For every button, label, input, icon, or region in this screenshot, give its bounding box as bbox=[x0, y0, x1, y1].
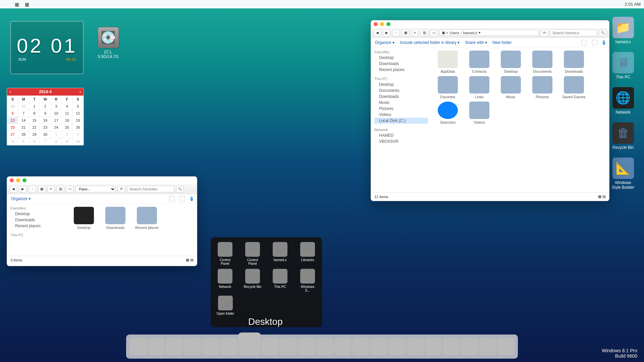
back-button[interactable]: ◀ bbox=[374, 29, 381, 36]
cal-day[interactable]: 9 bbox=[40, 110, 51, 117]
sidebar-item[interactable]: Recent places bbox=[374, 67, 428, 73]
share-menu[interactable]: Share with ▾ bbox=[465, 40, 487, 45]
favorites-window[interactable]: ◀ ▶ ↑ ▦ ≡ ▥ ▭ Favo... ⟳ 🔍 Organize ▾ ? F… bbox=[7, 176, 197, 266]
dock-item[interactable] bbox=[202, 338, 219, 355]
cal-day[interactable]: 20 bbox=[7, 124, 18, 131]
cal-day[interactable]: 3 bbox=[72, 131, 83, 138]
sidebar-group[interactable]: Favorites bbox=[374, 50, 428, 54]
cal-next[interactable]: › bbox=[79, 89, 81, 94]
search-input[interactable] bbox=[550, 29, 597, 36]
cal-day[interactable]: 6 bbox=[7, 110, 18, 117]
dock-item[interactable] bbox=[220, 338, 237, 355]
file-item[interactable]: Saved Games bbox=[561, 76, 587, 99]
path-select[interactable]: Favo... bbox=[75, 186, 116, 192]
dock-item[interactable] bbox=[425, 338, 442, 355]
cal-day[interactable]: 29 bbox=[29, 131, 40, 138]
file-item[interactable]: Links bbox=[466, 76, 492, 99]
cal-day[interactable]: 17 bbox=[51, 117, 61, 124]
cal-day[interactable]: 10 bbox=[72, 138, 83, 145]
desktop-hameds[interactable]: 📁hamed.s bbox=[609, 17, 637, 44]
dock-item[interactable] bbox=[262, 338, 279, 355]
sidebar[interactable]: FavoritesDesktopDownloadsRecent placesTh… bbox=[371, 47, 431, 192]
desktop-drive-c[interactable]: 💽(C:). 5.5G/14.7G bbox=[94, 27, 122, 59]
dock-item[interactable] bbox=[238, 333, 261, 355]
file-item[interactable]: Music bbox=[498, 76, 524, 99]
cal-day[interactable]: 21 bbox=[18, 124, 29, 131]
file-item[interactable]: Downloads bbox=[561, 51, 587, 73]
cal-day[interactable]: 12 bbox=[72, 110, 83, 117]
file-item[interactable]: Favorites bbox=[435, 76, 461, 99]
sidebar-item[interactable]: HAMED bbox=[374, 132, 428, 138]
view-icons[interactable]: ▦ bbox=[38, 186, 45, 192]
dock-item[interactable] bbox=[407, 338, 424, 355]
cal-day[interactable]: 5 bbox=[18, 138, 29, 145]
cal-day[interactable]: 30 bbox=[7, 103, 18, 110]
dock-item[interactable] bbox=[184, 338, 201, 355]
desktop-network[interactable]: 🌐Network bbox=[609, 87, 637, 115]
view-icons[interactable]: ▦ bbox=[402, 29, 409, 36]
dock-item[interactable] bbox=[298, 338, 315, 355]
sidebar-item[interactable]: Desktop bbox=[10, 211, 64, 217]
file-item[interactable]: Recent places bbox=[134, 207, 160, 230]
search-icon[interactable]: 🔍 bbox=[599, 29, 606, 36]
library-button[interactable] bbox=[581, 40, 587, 45]
view-columns[interactable]: ▥ bbox=[421, 29, 428, 36]
cal-day[interactable]: 28 bbox=[18, 131, 29, 138]
minimize-icon[interactable] bbox=[16, 178, 20, 182]
cal-day[interactable]: 7 bbox=[40, 138, 51, 145]
sidebar-item[interactable]: Downloads bbox=[374, 61, 428, 67]
cal-day[interactable]: 13 bbox=[7, 117, 18, 124]
cal-day[interactable]: 3 bbox=[51, 103, 61, 110]
cal-day[interactable]: 2 bbox=[40, 103, 51, 110]
cal-day[interactable]: 23 bbox=[40, 124, 51, 131]
stack-item[interactable]: Open folder bbox=[215, 296, 235, 315]
close-icon[interactable] bbox=[10, 178, 14, 182]
stack-item[interactable]: Control Panel bbox=[243, 242, 262, 265]
sidebar-item[interactable]: VBOXSVR bbox=[374, 138, 428, 144]
forward-button[interactable]: ▶ bbox=[19, 186, 26, 192]
file-item[interactable]: Pictures bbox=[529, 76, 555, 99]
dock-item[interactable] bbox=[334, 338, 352, 355]
preview-pane-button[interactable] bbox=[180, 196, 185, 201]
crumb-item[interactable]: hamed.s bbox=[463, 31, 477, 35]
sidebar-item[interactable]: Downloads bbox=[374, 94, 428, 100]
breadcrumb[interactable]: ▣ «Users›hamed.s▾ bbox=[439, 29, 539, 36]
sidebar-item[interactable]: Pictures bbox=[374, 106, 428, 112]
dock[interactable] bbox=[126, 335, 518, 359]
dock-item[interactable] bbox=[316, 338, 333, 355]
desktop-stack-popup[interactable]: Control PanelControl Panelhamed.sLibrari… bbox=[211, 237, 322, 327]
cal-day[interactable]: 6 bbox=[29, 138, 40, 145]
cal-day[interactable]: 27 bbox=[7, 131, 18, 138]
cal-day[interactable]: 31 bbox=[18, 103, 29, 110]
maximize-icon[interactable] bbox=[22, 178, 26, 182]
file-item[interactable]: Desktop bbox=[498, 51, 524, 73]
view-columns[interactable]: ▥ bbox=[57, 186, 64, 192]
organize-menu[interactable]: Organize ▾ bbox=[11, 196, 31, 201]
calendar-widget[interactable]: ‹2014-4› SMTWRFS 30311234567891011121314… bbox=[7, 88, 84, 145]
newfolder-button[interactable]: New folder bbox=[492, 40, 512, 45]
cal-day[interactable]: 9 bbox=[62, 138, 72, 145]
cal-day[interactable]: 15 bbox=[29, 117, 40, 124]
up-button[interactable]: ↑ bbox=[392, 29, 400, 36]
cal-day[interactable]: 16 bbox=[40, 117, 51, 124]
stack-item[interactable]: Recycle Bin bbox=[243, 269, 262, 292]
cal-day[interactable]: 18 bbox=[62, 117, 72, 124]
cal-day[interactable]: 30 bbox=[40, 131, 51, 138]
cal-day[interactable]: 22 bbox=[29, 124, 40, 131]
search-icon[interactable]: 🔍 bbox=[176, 186, 183, 192]
stack-item[interactable]: Control Panel bbox=[215, 242, 235, 265]
file-item[interactable]: Videos bbox=[466, 102, 492, 124]
cal-day[interactable]: 7 bbox=[18, 110, 29, 117]
file-item[interactable]: Documents bbox=[529, 51, 555, 73]
sidebar-item[interactable]: Local Disk (C:) bbox=[374, 118, 428, 124]
menubar-app-icon[interactable]: ▦ bbox=[13, 1, 20, 8]
preview-pane-button[interactable] bbox=[592, 40, 597, 45]
dock-item[interactable] bbox=[443, 338, 460, 355]
sidebar-group[interactable]: Network bbox=[374, 128, 428, 132]
help-icon[interactable]: ? bbox=[191, 196, 193, 201]
dock-item[interactable] bbox=[129, 338, 147, 355]
menubar-app-icon[interactable]: ▦ bbox=[23, 1, 30, 8]
sidebar-group[interactable]: Favorites bbox=[10, 206, 64, 210]
maximize-icon[interactable] bbox=[386, 22, 390, 26]
file-item[interactable]: Downloads bbox=[102, 207, 128, 230]
